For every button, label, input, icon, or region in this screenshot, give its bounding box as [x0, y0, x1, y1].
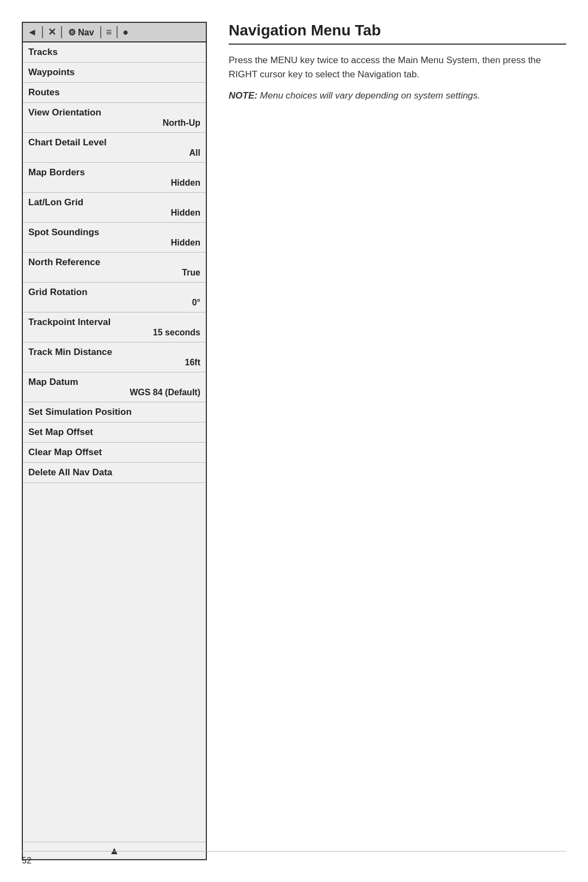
menu-icon[interactable]: ≡ — [106, 27, 112, 38]
back-icon[interactable]: ◄ — [27, 27, 37, 38]
menu-item-trackpoint-interval[interactable]: Trackpoint Interval 15 seconds — [23, 313, 206, 342]
page-footer: 52 — [22, 851, 566, 866]
menu-item-chart-detail-label: Chart Detail Level — [28, 137, 200, 148]
menu-item-lat-lon-grid-label: Lat/Lon Grid — [28, 197, 200, 208]
menu-item-map-datum-label: Map Datum — [28, 377, 200, 388]
menu-item-north-reference[interactable]: North Reference True — [23, 253, 206, 283]
menu-item-track-min-distance-label: Track Min Distance — [28, 347, 200, 358]
menu-item-view-orientation-value: North-Up — [28, 118, 200, 128]
toolbar-separator-4 — [117, 26, 118, 38]
menu-item-spot-soundings-label: Spot Soundings — [28, 227, 200, 238]
menu-item-waypoints[interactable]: Waypoints — [23, 63, 206, 83]
toolbar: ◄ ✕ ⚙ Nav ≡ ● — [23, 23, 206, 42]
menu-list: Tracks Waypoints Routes View Orientation… — [23, 42, 206, 842]
menu-item-tracks-label: Tracks — [28, 47, 200, 58]
menu-item-spot-soundings[interactable]: Spot Soundings Hidden — [23, 223, 206, 253]
note-label: NOTE: — [229, 90, 258, 101]
menu-item-track-min-distance[interactable]: Track Min Distance 16ft — [23, 342, 206, 372]
menu-item-set-map-offset[interactable]: Set Map Offset — [23, 422, 206, 443]
menu-item-routes[interactable]: Routes — [23, 83, 206, 103]
note-content: Menu choices will vary depending on syst… — [258, 90, 480, 101]
menu-item-trackpoint-interval-label: Trackpoint Interval — [28, 317, 200, 328]
note-paragraph: NOTE: Menu choices will vary depending o… — [229, 89, 566, 103]
menu-item-delete-all-nav-data[interactable]: Delete All Nav Data — [23, 463, 206, 483]
menu-item-clear-map-offset-label: Clear Map Offset — [28, 447, 200, 458]
menu-item-spot-soundings-value: Hidden — [28, 238, 200, 248]
menu-item-routes-label: Routes — [28, 87, 200, 98]
menu-item-set-simulation-position-label: Set Simulation Position — [28, 407, 200, 418]
menu-item-track-min-distance-value: 16ft — [28, 358, 200, 367]
menu-item-chart-detail[interactable]: Chart Detail Level All — [23, 133, 206, 163]
menu-item-chart-detail-value: All — [28, 148, 200, 158]
menu-item-north-reference-label: North Reference — [28, 257, 200, 268]
menu-item-set-simulation-position[interactable]: Set Simulation Position — [23, 402, 206, 422]
menu-item-map-datum-value: WGS 84 (Default) — [28, 388, 200, 397]
right-content-panel: Navigation Menu Tab Press the MENU key t… — [207, 22, 566, 860]
close-icon[interactable]: ✕ — [48, 26, 56, 38]
menu-item-set-map-offset-label: Set Map Offset — [28, 427, 200, 438]
menu-item-map-datum[interactable]: Map Datum WGS 84 (Default) — [23, 372, 206, 402]
menu-item-view-orientation[interactable]: View Orientation North-Up — [23, 103, 206, 133]
nav-tab-label[interactable]: ⚙ Nav — [68, 27, 94, 38]
toolbar-separator-1 — [42, 26, 43, 38]
left-menu-panel: ◄ ✕ ⚙ Nav ≡ ● Tracks Waypoints Routes Vi… — [22, 22, 207, 860]
menu-item-map-borders[interactable]: Map Borders Hidden — [23, 163, 206, 193]
menu-item-grid-rotation-value: 0° — [28, 298, 200, 308]
menu-item-trackpoint-interval-value: 15 seconds — [28, 328, 200, 338]
menu-item-grid-rotation-label: Grid Rotation — [28, 287, 200, 298]
page-number: 52 — [22, 856, 32, 865]
menu-item-waypoints-label: Waypoints — [28, 67, 200, 78]
menu-item-delete-all-nav-data-label: Delete All Nav Data — [28, 467, 200, 478]
toolbar-separator-2 — [61, 26, 62, 38]
menu-item-lat-lon-grid[interactable]: Lat/Lon Grid Hidden — [23, 193, 206, 223]
menu-item-map-borders-value: Hidden — [28, 178, 200, 188]
menu-item-view-orientation-label: View Orientation — [28, 107, 200, 118]
page-title: Navigation Menu Tab — [229, 22, 566, 45]
menu-item-tracks[interactable]: Tracks — [23, 42, 206, 63]
menu-item-north-reference-value: True — [28, 268, 200, 278]
content-body: Press the MENU key twice to access the M… — [229, 53, 566, 81]
menu-item-lat-lon-grid-value: Hidden — [28, 208, 200, 218]
menu-item-map-borders-label: Map Borders — [28, 167, 200, 178]
menu-item-grid-rotation[interactable]: Grid Rotation 0° — [23, 283, 206, 313]
menu-item-clear-map-offset[interactable]: Clear Map Offset — [23, 443, 206, 463]
toolbar-separator-3 — [100, 26, 101, 38]
dot-icon[interactable]: ● — [122, 27, 128, 38]
